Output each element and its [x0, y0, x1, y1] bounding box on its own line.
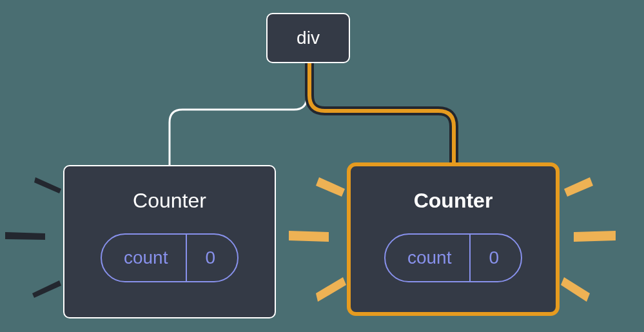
- tree-node-counter-right: Counter count 0: [347, 162, 560, 316]
- svg-marker-7: [574, 231, 616, 242]
- tree-node-counter-left: Counter count 0: [63, 165, 276, 318]
- counter-title: Counter: [414, 189, 493, 213]
- svg-marker-6: [564, 177, 593, 197]
- svg-marker-0: [34, 177, 61, 193]
- emphasis-burst-icon: [0, 168, 71, 309]
- state-label: count: [102, 235, 186, 281]
- counter-title: Counter: [133, 189, 206, 213]
- state-value: 0: [187, 235, 237, 281]
- emphasis-burst-icon: [554, 168, 644, 309]
- root-label: div: [297, 28, 320, 48]
- state-label: count: [385, 235, 470, 281]
- svg-marker-1: [5, 232, 45, 240]
- svg-marker-8: [561, 277, 590, 302]
- emphasis-burst-icon: [284, 168, 355, 309]
- state-pill: count 0: [384, 233, 522, 282]
- tree-node-root: div: [266, 13, 350, 63]
- svg-marker-3: [316, 177, 345, 197]
- svg-marker-4: [289, 231, 329, 242]
- state-value: 0: [471, 235, 521, 281]
- svg-marker-2: [32, 280, 61, 298]
- state-pill: count 0: [101, 233, 239, 282]
- svg-marker-5: [316, 277, 346, 302]
